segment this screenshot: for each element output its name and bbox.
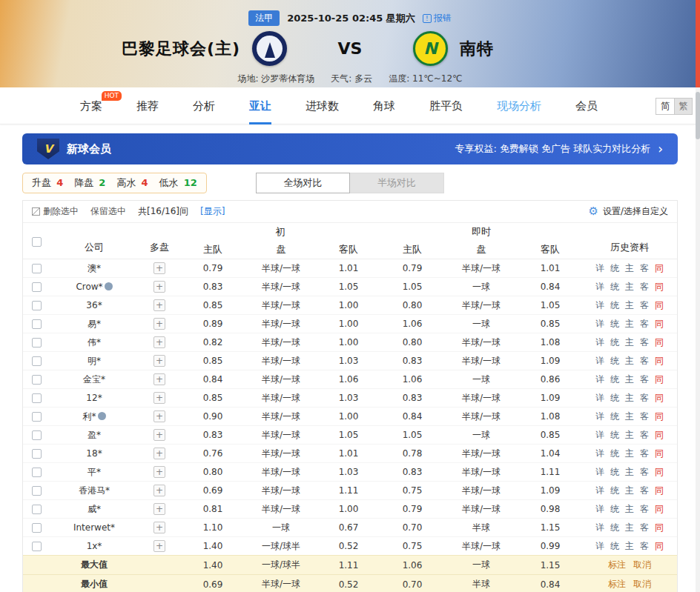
- tab-会员[interactable]: 会员: [575, 87, 598, 124]
- history-link-详[interactable]: 详: [595, 485, 604, 496]
- history-link-统[interactable]: 统: [610, 374, 619, 385]
- history-link-统[interactable]: 统: [610, 411, 619, 422]
- row-checkbox[interactable]: [32, 542, 42, 551]
- history-link-详[interactable]: 详: [595, 356, 604, 366]
- multi-odds-button[interactable]: +: [153, 281, 165, 293]
- company-name[interactable]: 36*: [50, 296, 139, 315]
- tab-推荐[interactable]: 推荐: [136, 87, 159, 124]
- history-link-同[interactable]: 同: [655, 485, 664, 496]
- multi-odds-button[interactable]: +: [153, 262, 165, 274]
- history-link-客[interactable]: 客: [640, 337, 649, 347]
- history-link-客[interactable]: 客: [640, 300, 649, 310]
- history-link-统[interactable]: 统: [610, 319, 619, 329]
- history-link-统[interactable]: 统: [610, 485, 619, 496]
- summary-link-标注[interactable]: 标注: [608, 559, 626, 570]
- history-link-统[interactable]: 统: [610, 522, 619, 533]
- row-checkbox[interactable]: [32, 375, 42, 385]
- history-link-统[interactable]: 统: [610, 263, 619, 273]
- history-link-主[interactable]: 主: [625, 541, 634, 551]
- multi-odds-button[interactable]: +: [153, 429, 165, 441]
- history-link-同[interactable]: 同: [655, 541, 664, 551]
- history-link-客[interactable]: 客: [640, 522, 649, 533]
- multi-odds-button[interactable]: +: [153, 485, 165, 496]
- history-link-统[interactable]: 统: [610, 467, 619, 477]
- summary-link-取消[interactable]: 取消: [633, 579, 651, 589]
- tab-角球[interactable]: 角球: [373, 87, 395, 124]
- summary-link-取消[interactable]: 取消: [633, 559, 651, 570]
- history-link-同[interactable]: 同: [655, 430, 664, 440]
- history-link-客[interactable]: 客: [640, 282, 649, 292]
- multi-odds-button[interactable]: +: [153, 318, 165, 330]
- history-link-统[interactable]: 统: [610, 300, 619, 310]
- company-name[interactable]: 金宝*: [50, 370, 139, 389]
- row-checkbox[interactable]: [32, 338, 42, 347]
- show-link[interactable]: [显示]: [200, 205, 225, 218]
- row-checkbox[interactable]: [32, 393, 42, 403]
- lang-traditional-button[interactable]: 繁: [674, 98, 693, 115]
- multi-odds-button[interactable]: +: [153, 410, 165, 422]
- company-name[interactable]: 明*: [50, 352, 139, 370]
- company-name[interactable]: 盈*: [50, 426, 139, 445]
- history-link-主[interactable]: 主: [625, 356, 634, 366]
- row-checkbox[interactable]: [32, 319, 42, 329]
- history-link-主[interactable]: 主: [625, 485, 634, 496]
- row-checkbox[interactable]: [32, 412, 42, 422]
- row-checkbox[interactable]: [32, 301, 42, 310]
- row-checkbox[interactable]: [32, 468, 42, 477]
- tab-现场分析[interactable]: 现场分析: [497, 87, 541, 124]
- history-link-同[interactable]: 同: [655, 263, 664, 273]
- history-link-同[interactable]: 同: [655, 448, 664, 459]
- row-checkbox[interactable]: [32, 356, 42, 366]
- history-link-详[interactable]: 详: [595, 522, 604, 533]
- delete-selected-button[interactable]: 删除选中: [32, 205, 79, 218]
- history-link-详[interactable]: 详: [595, 467, 604, 477]
- history-link-客[interactable]: 客: [640, 356, 649, 366]
- row-checkbox[interactable]: [32, 264, 42, 273]
- history-link-主[interactable]: 主: [625, 504, 634, 514]
- company-name[interactable]: 香港马*: [50, 482, 139, 500]
- history-link-主[interactable]: 主: [625, 319, 634, 329]
- filter-高水[interactable]: 高水 4: [116, 176, 148, 190]
- history-link-主[interactable]: 主: [625, 263, 634, 273]
- history-link-统[interactable]: 统: [610, 430, 619, 440]
- row-checkbox[interactable]: [32, 282, 42, 292]
- filter-低水[interactable]: 低水 12: [159, 176, 197, 190]
- history-link-详[interactable]: 详: [595, 448, 604, 459]
- history-link-详[interactable]: 详: [595, 504, 604, 514]
- history-link-客[interactable]: 客: [640, 467, 649, 477]
- row-checkbox[interactable]: [32, 523, 42, 533]
- filter-升盘[interactable]: 升盘 4: [32, 176, 63, 190]
- history-link-客[interactable]: 客: [640, 393, 649, 403]
- company-name[interactable]: 澳*: [50, 259, 139, 278]
- vip-banner[interactable]: V 新球会员 专享权益: 免费解锁 免广告 球队实力对比分析 ›: [22, 133, 678, 164]
- multi-odds-button[interactable]: +: [153, 522, 165, 533]
- history-link-详[interactable]: 详: [595, 541, 604, 551]
- history-link-同[interactable]: 同: [655, 300, 664, 310]
- history-link-同[interactable]: 同: [655, 356, 664, 366]
- multi-odds-button[interactable]: +: [153, 392, 165, 404]
- history-link-统[interactable]: 统: [610, 504, 619, 514]
- history-link-客[interactable]: 客: [640, 411, 649, 422]
- tab-进球数[interactable]: 进球数: [306, 87, 339, 124]
- history-link-主[interactable]: 主: [625, 467, 634, 477]
- history-link-主[interactable]: 主: [625, 448, 634, 459]
- company-name[interactable]: 平*: [50, 463, 139, 482]
- keep-selected-button[interactable]: 保留选中: [90, 205, 126, 218]
- history-link-客[interactable]: 客: [640, 448, 649, 459]
- history-link-统[interactable]: 统: [610, 393, 619, 403]
- history-link-详[interactable]: 详: [595, 430, 604, 440]
- company-name[interactable]: 12*: [50, 389, 139, 408]
- history-link-同[interactable]: 同: [655, 393, 664, 403]
- history-link-同[interactable]: 同: [655, 522, 664, 533]
- tab-分析[interactable]: 分析: [193, 87, 215, 124]
- company-name[interactable]: 1x*: [50, 537, 139, 556]
- company-name[interactable]: 18*: [50, 445, 139, 463]
- history-link-客[interactable]: 客: [640, 374, 649, 385]
- history-link-详[interactable]: 详: [595, 411, 604, 422]
- row-checkbox[interactable]: [32, 505, 42, 514]
- history-link-同[interactable]: 同: [655, 337, 664, 347]
- tab-胜平负[interactable]: 胜平负: [429, 87, 463, 124]
- history-link-详[interactable]: 详: [595, 393, 604, 403]
- history-link-同[interactable]: 同: [655, 504, 664, 514]
- row-checkbox[interactable]: [32, 486, 42, 496]
